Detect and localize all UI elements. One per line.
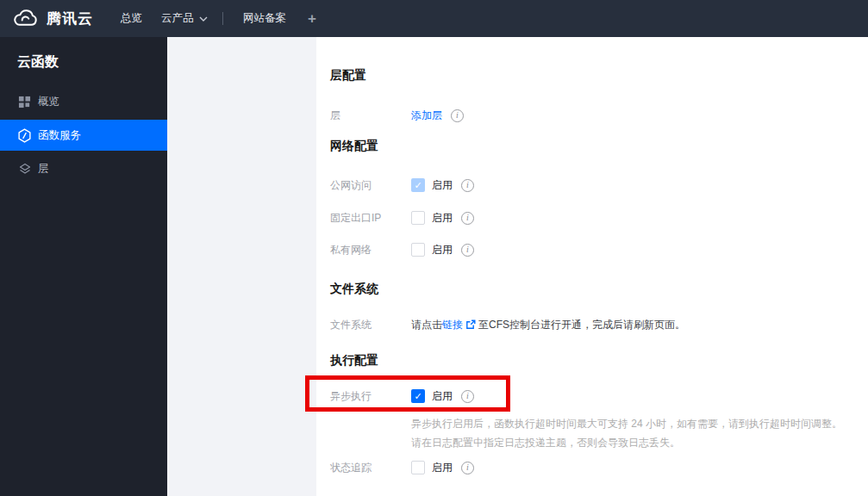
add-tab-button[interactable]: + (308, 0, 316, 37)
private-network-checkbox[interactable] (411, 243, 425, 257)
external-link-icon[interactable] (465, 319, 476, 330)
info-icon[interactable] (461, 212, 474, 225)
main-content: 层配置 层 添加层 网络配置 公网访问 ✓ 启用 固定出口IP 启用 私有网络 … (316, 37, 868, 496)
row-label: 固定出口IP (330, 211, 411, 226)
layers-icon (17, 162, 32, 177)
public-access-checkbox[interactable]: ✓ (411, 178, 425, 192)
row-status-tracking: 状态追踪 启用 (330, 459, 868, 476)
nav-item-label: 云产品 (161, 11, 194, 26)
enable-label: 启用 (432, 243, 453, 257)
status-tracking-checkbox[interactable] (411, 461, 425, 474)
section-title-layer-config: 层配置 (330, 68, 366, 84)
description-line: 请在日志配置中指定日志投递主题，否则会导致日志丢失。 (411, 433, 842, 452)
sidebar-item-label: 概览 (38, 95, 59, 109)
async-execution-checkbox[interactable]: ✓ (411, 389, 425, 403)
nav-item-website-filing[interactable]: 网站备案 (243, 0, 286, 37)
sidebar-item-label: 函数服务 (38, 128, 81, 143)
enable-label: 启用 (432, 211, 453, 226)
chevron-down-icon (199, 16, 208, 22)
enable-label: 启用 (432, 178, 453, 193)
row-label: 状态追踪 (330, 461, 411, 475)
sidebar-item-function-service[interactable]: 函数服务 (0, 120, 167, 151)
enable-label: 启用 (432, 461, 453, 475)
nav-item-overview[interactable]: 总览 (121, 0, 142, 37)
check-icon: ✓ (414, 392, 422, 401)
async-execution-description: 异步执行启用后，函数执行超时时间最大可支持 24 小时，如有需要，请到执行超时时… (411, 414, 842, 452)
file-system-hint-prefix: 请点击 (411, 318, 442, 332)
sidebar: 云函数 概览 函数服务 (0, 37, 167, 496)
enable-label: 启用 (432, 389, 453, 404)
row-label: 文件系统 (330, 318, 411, 332)
row-fixed-outbound-ip: 固定出口IP 启用 (330, 209, 868, 226)
nav-item-label: 总览 (121, 11, 142, 26)
brand-name: 腾讯云 (47, 9, 93, 28)
grid-icon (17, 95, 32, 109)
sidebar-item-label: 层 (38, 162, 49, 177)
secondary-panel (167, 37, 316, 496)
row-label: 层 (330, 108, 411, 123)
add-layer-link[interactable]: 添加层 (411, 108, 442, 123)
row-private-network: 私有网络 启用 (330, 241, 868, 258)
top-nav-bar: 腾讯云 总览 云产品 网站备案 + (0, 0, 868, 37)
row-public-network-access: 公网访问 ✓ 启用 (330, 177, 868, 194)
row-label: 公网访问 (330, 178, 411, 193)
fixed-ip-checkbox[interactable] (411, 211, 425, 225)
page: 腾讯云 总览 云产品 网站备案 + 云函数 (0, 0, 868, 496)
section-title-execution-config: 执行配置 (330, 353, 378, 369)
info-icon[interactable] (461, 462, 474, 474)
sidebar-title: 云函数 (17, 53, 59, 71)
section-title-file-system: 文件系统 (330, 282, 378, 297)
info-icon[interactable] (461, 179, 474, 192)
function-icon (17, 128, 32, 143)
sidebar-item-layers[interactable]: 层 (0, 153, 167, 184)
cfs-console-link[interactable]: 链接 (442, 318, 463, 332)
description-line: 异步执行启用后，函数执行超时时间最大可支持 24 小时，如有需要，请到执行超时时… (411, 414, 842, 433)
row-file-system: 文件系统 请点击 链接 至CFS控制台进行开通，完成后请刷新页面。 (330, 316, 868, 333)
nav-item-label: 网站备案 (243, 11, 286, 26)
nav-item-cloud-products[interactable]: 云产品 (161, 0, 208, 37)
row-layer: 层 添加层 (330, 107, 868, 124)
sidebar-item-overview[interactable]: 概览 (0, 86, 167, 117)
check-icon: ✓ (414, 181, 422, 190)
info-icon[interactable] (461, 390, 474, 403)
tencent-cloud-logo-icon (12, 9, 39, 28)
nav-divider (222, 12, 223, 25)
file-system-hint-suffix: 至CFS控制台进行开通，完成后请刷新页面。 (478, 318, 685, 332)
info-icon[interactable] (451, 109, 464, 122)
info-icon[interactable] (461, 244, 474, 257)
row-label: 异步执行 (330, 389, 411, 404)
row-async-execution: 异步执行 ✓ 启用 (330, 388, 868, 405)
row-label: 私有网络 (330, 243, 411, 257)
section-title-network-config: 网络配置 (330, 139, 378, 154)
tencent-cloud-brand[interactable]: 腾讯云 (12, 0, 93, 37)
